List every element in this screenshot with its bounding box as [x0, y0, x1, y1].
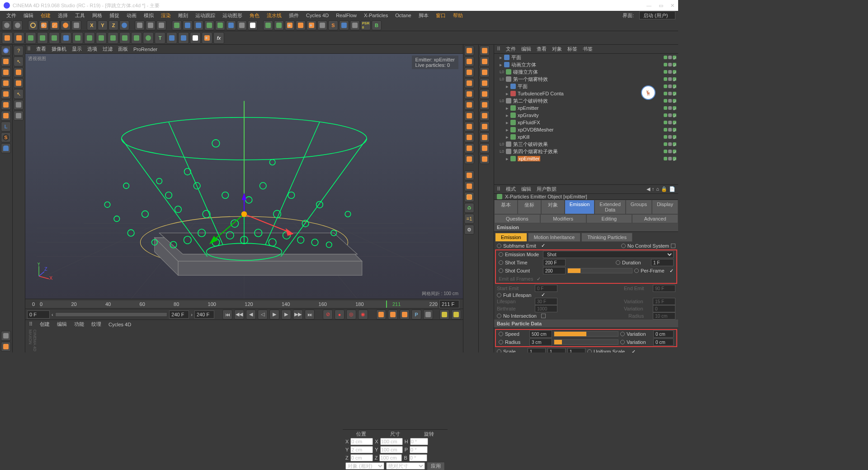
render-region[interactable] — [146, 20, 156, 30]
nocontrol-radio[interactable] — [621, 244, 626, 248]
vp-camera[interactable]: 摄像机 — [52, 46, 66, 52]
r2-9[interactable] — [480, 132, 490, 142]
menu-tracking[interactable]: 运动跟踪 — [192, 11, 219, 20]
am-back[interactable]: ◀ — [646, 186, 650, 192]
am-mode[interactable]: 模式 — [506, 186, 516, 193]
r1-4[interactable] — [464, 78, 474, 88]
subframe-radio[interactable] — [497, 244, 501, 248]
r2-3[interactable] — [480, 67, 490, 77]
object-row[interactable]: L0第三个破碎效果✓ — [494, 141, 678, 148]
mode-2[interactable] — [14, 32, 24, 44]
om-view[interactable]: 查看 — [537, 46, 547, 52]
om-edit[interactable]: 编辑 — [521, 46, 531, 52]
xp-panel[interactable] — [350, 20, 360, 30]
pl-l[interactable]: L — [1, 122, 11, 132]
menu-octane[interactable]: Octane — [392, 12, 415, 19]
r1-3[interactable] — [464, 67, 474, 77]
pl-lock[interactable] — [1, 331, 11, 341]
r2-11[interactable] — [480, 154, 490, 164]
xp-particles[interactable] — [263, 20, 273, 30]
xp-link[interactable] — [317, 20, 327, 30]
r1-11[interactable] — [464, 154, 474, 164]
scale-tool[interactable]: ⤢ — [50, 20, 60, 30]
om-bookmarks[interactable]: 书签 — [583, 46, 593, 52]
mode-14[interactable]: T — [155, 32, 165, 44]
viewport[interactable]: 透视视图 Emitter: xpEmitter Live particles: … — [25, 54, 463, 299]
pl-globe[interactable] — [1, 46, 11, 56]
select-tool[interactable] — [28, 20, 38, 30]
rec-key[interactable]: ● — [335, 310, 344, 320]
r1-eq[interactable]: =1 — [464, 214, 474, 224]
close-button[interactable]: ✕ — [670, 3, 675, 9]
goto-end[interactable]: ⏭ — [305, 310, 315, 320]
mat-func[interactable]: 功能 — [74, 321, 84, 328]
mode-7[interactable] — [72, 32, 83, 44]
xp-s[interactable]: S — [328, 20, 338, 30]
axis-z[interactable]: Z — [108, 20, 118, 30]
timeline-ruler[interactable]: 020406080100120140160180211220 — [40, 301, 438, 308]
menu-character[interactable]: 角色 — [246, 11, 263, 20]
mode-5[interactable] — [49, 32, 60, 44]
r1-9[interactable] — [464, 132, 474, 142]
mode-4[interactable] — [37, 32, 48, 44]
tab-emission[interactable]: Emission — [565, 200, 595, 214]
object-row[interactable]: L0第一个烟雾特效✓ — [494, 75, 678, 83]
r1-7[interactable] — [464, 111, 474, 121]
pl-magnet[interactable] — [1, 143, 11, 153]
menu-tools[interactable]: 工具 — [71, 11, 89, 20]
mode-8[interactable] — [84, 32, 95, 44]
r1-5[interactable] — [464, 89, 474, 99]
r1-cube[interactable] — [464, 192, 474, 202]
om-tags[interactable]: 标签 — [567, 46, 577, 52]
r1-1[interactable] — [464, 46, 474, 56]
tab-editing[interactable]: Editing — [586, 214, 632, 223]
pl-cube3[interactable] — [1, 100, 11, 110]
play-back[interactable]: ◁ — [258, 310, 268, 320]
pl2-arrow2[interactable]: ↖ — [14, 89, 24, 99]
rec-off[interactable]: ⊘ — [323, 310, 333, 320]
xp-gen[interactable] — [296, 20, 306, 30]
r1-6[interactable] — [464, 100, 474, 110]
frame-total[interactable]: 240 F — [194, 310, 214, 319]
object-row[interactable]: ▸平面✓ — [494, 54, 678, 61]
pl-plane[interactable] — [1, 67, 11, 77]
timeline-current[interactable]: 211 F — [439, 300, 459, 308]
tab-modifiers[interactable]: Modifiers — [540, 214, 586, 223]
r1-8[interactable] — [464, 122, 474, 132]
am-lock[interactable]: 🔒 — [661, 186, 667, 192]
tab-object[interactable]: 对象 — [541, 200, 565, 214]
undo-button[interactable] — [2, 20, 12, 30]
minimize-button[interactable]: — — [646, 3, 651, 9]
menu-cycles[interactable]: Cycles 4D — [302, 12, 332, 19]
menu-snap[interactable]: 捕捉 — [106, 11, 123, 20]
render-settings[interactable] — [156, 20, 166, 30]
r1-recycle[interactable]: ♻ — [464, 203, 474, 213]
tab-basic[interactable]: 基本 — [494, 200, 518, 214]
am-new[interactable]: 📄 — [669, 186, 675, 192]
duration-input[interactable] — [651, 259, 674, 266]
menu-render[interactable]: 渲染 — [157, 11, 175, 20]
pl2-cube[interactable] — [14, 100, 24, 110]
menu-create[interactable]: 创建 — [37, 11, 54, 20]
r1-13[interactable] — [464, 181, 474, 191]
radius-slider[interactable] — [554, 339, 618, 345]
menu-sculpt[interactable]: 雕刻 — [175, 11, 192, 20]
r1-10[interactable] — [464, 143, 474, 153]
autokey[interactable]: ◎ — [346, 310, 356, 320]
layout-select[interactable]: 启动 (用户) — [639, 11, 675, 19]
pl-cube1[interactable] — [1, 56, 11, 66]
camera-object[interactable] — [237, 20, 247, 30]
am-up[interactable]: ↑ — [652, 186, 655, 192]
menu-animate[interactable]: 动画 — [123, 11, 140, 20]
object-row[interactable]: L0碰撞立方体✓ — [494, 68, 678, 75]
key-opts[interactable]: ◉ — [358, 310, 368, 320]
play-forward[interactable]: ▶ — [269, 310, 279, 320]
maximize-button[interactable]: ▭ — [659, 3, 663, 9]
am-userdata[interactable]: 用户数据 — [537, 186, 557, 193]
tab-groups[interactable]: Groups — [626, 200, 652, 214]
mode-19[interactable]: fx — [213, 32, 224, 44]
object-row[interactable]: ▸xpGravity✓ — [494, 112, 678, 119]
object-tree[interactable]: 🦌 ▸平面✓▸动画立方体✓L0碰撞立方体✓L0第一个烟雾特效✓▸平面✓▸Turb… — [494, 54, 678, 185]
r2-6[interactable] — [480, 100, 490, 110]
timeline[interactable]: 0 020406080100120140160180211220 211 F — [25, 299, 463, 309]
